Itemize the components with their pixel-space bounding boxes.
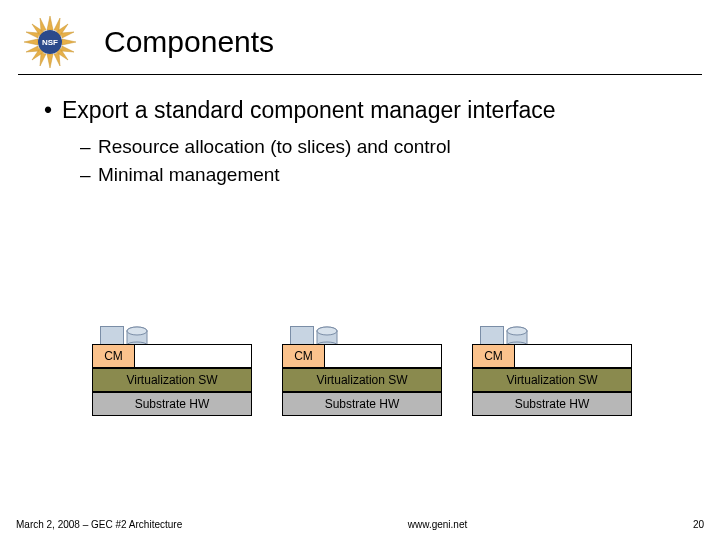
svg-point-28 <box>507 327 527 335</box>
svg-marker-15 <box>61 46 74 52</box>
layer-substrate: Substrate HW <box>472 392 632 416</box>
component-stack: CM Virtualization SW Substrate HW <box>472 344 632 416</box>
bullet-level1: Export a standard component manager inte… <box>44 97 690 124</box>
cm-label: CM <box>473 345 515 367</box>
svg-marker-11 <box>26 46 39 52</box>
svg-marker-8 <box>54 18 60 31</box>
svg-marker-10 <box>61 32 74 38</box>
slide-title: Components <box>104 25 274 59</box>
cm-label: CM <box>283 345 325 367</box>
svg-point-20 <box>127 327 147 335</box>
svg-marker-12 <box>40 18 46 31</box>
footer-page-number: 20 <box>693 519 704 530</box>
nsf-logo-icon: NSF <box>14 14 86 70</box>
layer-substrate: Substrate HW <box>282 392 442 416</box>
svg-marker-1 <box>47 54 53 68</box>
slide-footer: March 2, 2008 – GEC #2 Architecture www.… <box>0 519 720 530</box>
layer-cm: CM <box>282 344 442 368</box>
bullet-level2: Minimal management <box>80 164 690 186</box>
cm-label: CM <box>93 345 135 367</box>
svg-marker-14 <box>26 32 39 38</box>
svg-marker-13 <box>54 53 60 66</box>
component-diagram: CM Virtualization SW Substrate HW CM Vir… <box>92 344 632 416</box>
svg-marker-3 <box>62 39 76 45</box>
svg-point-24 <box>317 327 337 335</box>
layer-virtualization: Virtualization SW <box>472 368 632 392</box>
component-stack: CM Virtualization SW Substrate HW <box>92 344 252 416</box>
layer-virtualization: Virtualization SW <box>92 368 252 392</box>
footer-url: www.geni.net <box>182 519 693 530</box>
layer-cm: CM <box>92 344 252 368</box>
footer-date: March 2, 2008 – GEC #2 Architecture <box>16 519 182 530</box>
layer-virtualization: Virtualization SW <box>282 368 442 392</box>
bullet-level2: Resource allocation (to slices) and cont… <box>80 136 690 158</box>
slide-body: Export a standard component manager inte… <box>0 75 720 186</box>
nsf-logo-text: NSF <box>42 38 58 47</box>
svg-marker-9 <box>40 53 46 66</box>
component-stack: CM Virtualization SW Substrate HW <box>282 344 442 416</box>
svg-marker-2 <box>24 39 38 45</box>
layer-cm: CM <box>472 344 632 368</box>
layer-substrate: Substrate HW <box>92 392 252 416</box>
slide-header: NSF Components <box>0 0 720 74</box>
svg-marker-0 <box>47 16 53 30</box>
